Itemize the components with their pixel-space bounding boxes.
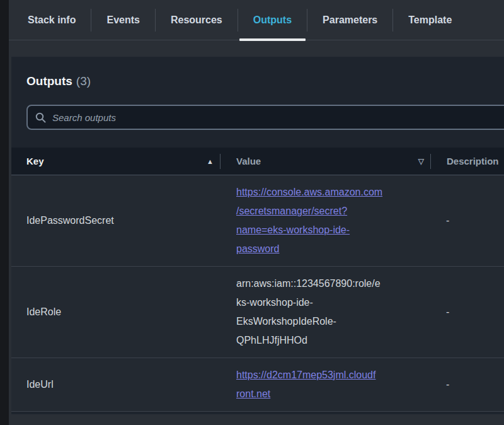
value-line: EksWorkshopIdeRole- [236,312,418,331]
outputs-table-header: Key ▲ Value ▽ Description [11,148,504,175]
sort-ascending-icon[interactable]: ▲ [207,158,214,165]
value-line: ks-workshop-ide- [236,293,418,312]
tab-stack-info[interactable]: Stack info [13,0,91,40]
output-description: - [430,204,504,238]
value-line: name=eks-workshop-ide- [236,221,418,240]
outputs-panel: Outputs(3) Key ▲ Value ▽ [11,57,504,414]
value-line: https://d2cm17mep53jml.cloudf [236,366,418,385]
output-value: arn:aws:iam::1234567890:role/e ks-worksh… [220,267,430,358]
search-outputs-box[interactable] [26,105,504,130]
cloudformation-stack-screen: Stack info Events Resources Outputs Para… [0,0,504,425]
value-line: QPhLHJfjHHOd [236,331,418,350]
value-line: /secretsmanager/secret? [236,202,418,221]
column-header-key-label: Key [26,156,44,166]
tab-outputs[interactable]: Outputs [238,0,307,40]
tab-events[interactable]: Events [91,0,154,40]
output-key: IdePasswordSecret [11,204,220,238]
column-header-key[interactable]: Key ▲ [11,148,220,175]
table-row: IdePasswordSecret https://console.aws.am… [11,175,504,267]
value-line: arn:aws:iam::1234567890:role/e [236,274,418,293]
table-row: IdeRole arn:aws:iam::1234567890:role/e k… [11,267,504,358]
search-input[interactable] [52,112,504,123]
value-line: https://console.aws.amazon.com [236,183,418,202]
output-value-link[interactable]: https://d2cm17mep53jml.cloudf ront.net [236,366,418,404]
column-header-value-label: Value [236,156,261,166]
output-value-text: arn:aws:iam::1234567890:role/e ks-worksh… [236,274,418,350]
output-description: - [430,295,504,329]
search-icon [35,112,46,123]
table-row: IdeUrl https://d2cm17mep53jml.cloudf ron… [11,358,504,412]
tab-resources[interactable]: Resources [156,0,238,40]
sort-indicator-icon[interactable]: ▽ [418,157,424,166]
left-edge-rail [0,0,9,425]
page-title: Outputs(3) [26,74,504,88]
outputs-table: Key ▲ Value ▽ Description IdePasswordSec… [11,148,504,412]
output-value: https://d2cm17mep53jml.cloudf ront.net [220,358,430,411]
output-value-link[interactable]: https://console.aws.amazon.com /secretsm… [236,183,418,259]
column-header-value[interactable]: Value ▽ [220,148,430,175]
value-line: password [236,240,418,259]
column-header-description-label: Description [447,156,499,166]
outputs-title-text: Outputs [26,74,72,88]
outputs-count-badge: (3) [76,74,91,88]
output-key: IdeUrl [11,368,220,402]
tab-parameters[interactable]: Parameters [307,0,392,40]
output-value: https://console.aws.amazon.com /secretsm… [220,175,430,266]
output-description: - [430,368,504,402]
tab-template[interactable]: Template [393,0,467,40]
value-line: ront.net [236,385,418,404]
output-key: IdeRole [11,295,220,329]
stack-tab-bar: Stack info Events Resources Outputs Para… [9,0,504,40]
outputs-panel-header: Outputs(3) [11,57,504,130]
column-header-description[interactable]: Description [431,148,504,175]
